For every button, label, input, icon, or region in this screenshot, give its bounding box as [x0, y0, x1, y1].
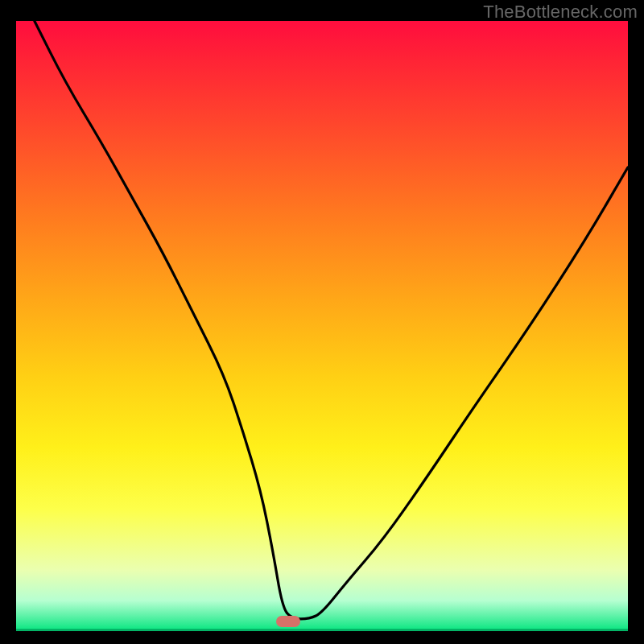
- optimal-point-marker: [276, 616, 300, 627]
- plot-area: [16, 21, 628, 631]
- chart-frame: TheBottleneck.com: [0, 0, 644, 644]
- attribution-text: TheBottleneck.com: [483, 2, 638, 23]
- bottleneck-curve: [35, 21, 628, 619]
- curve-svg: [16, 21, 628, 631]
